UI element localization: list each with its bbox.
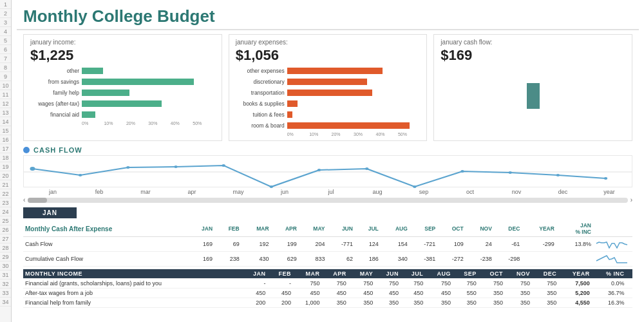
ccf-jan-inc bbox=[556, 252, 593, 267]
inc-col-year: YEAR bbox=[558, 269, 591, 279]
page-title: Monthly College Budget bbox=[17, 3, 639, 30]
ccf-jul: 186 bbox=[355, 252, 381, 267]
ccf-may: 833 bbox=[299, 252, 327, 267]
inc-col-nov: NOV bbox=[505, 269, 532, 279]
monthly-cash-table: Monthly Cash After Expense JAN FEB MAR A… bbox=[23, 221, 632, 267]
scroll-track[interactable] bbox=[28, 198, 627, 203]
cf-jun: -771 bbox=[327, 237, 354, 252]
svg-rect-0 bbox=[527, 83, 540, 109]
family-year: 4,550 bbox=[558, 298, 591, 308]
row-numbers-column: 1 2 3 4 5 6 7 8 9 10 11 12 13 14 15 16 1… bbox=[0, 0, 12, 322]
cash-col-aug: AUG bbox=[381, 221, 410, 237]
cash-col-jun: JUN bbox=[327, 221, 354, 237]
inc-col-mar: MAR bbox=[293, 269, 321, 279]
jan-button[interactable]: JAN bbox=[23, 207, 77, 218]
svg-point-10 bbox=[413, 185, 416, 188]
ccf-dec: -298 bbox=[494, 252, 522, 267]
cash-table-header-row: Monthly Cash After Expense JAN FEB MAR A… bbox=[23, 221, 632, 237]
cashflow-label: january cash flow: bbox=[440, 39, 625, 46]
wages-label: After-tax wages from a job bbox=[23, 289, 242, 298]
cf-year: -299 bbox=[522, 237, 556, 252]
ccf-oct: -272 bbox=[437, 252, 465, 267]
data-tables-area: JAN Monthly Cash After Expense JAN FEB M… bbox=[17, 207, 639, 308]
cash-col-may: MAY bbox=[299, 221, 327, 237]
svg-point-13 bbox=[556, 174, 560, 176]
ccf-jun: 62 bbox=[327, 252, 354, 267]
svg-point-4 bbox=[126, 166, 129, 169]
cashflow-svg bbox=[24, 156, 632, 188]
income-section-header-row: MONTHLY INCOME JAN FEB MAR APR MAY JUN J… bbox=[23, 269, 632, 279]
bar-tuition: tuition & fees bbox=[236, 110, 421, 119]
main-content: Monthly College Budget january income: $… bbox=[12, 0, 644, 322]
financial-aid-label: Financial aid (grants, scholarships, loa… bbox=[23, 279, 242, 289]
cf-nov: 24 bbox=[466, 237, 494, 252]
ccf-aug: 340 bbox=[381, 252, 410, 267]
scroll-right-arrow[interactable]: › bbox=[630, 196, 632, 204]
cash-col-feb: FEB bbox=[214, 221, 242, 237]
expense-chart: other expenses discretionary transportat… bbox=[236, 66, 421, 164]
cashflow-value: $169 bbox=[440, 47, 625, 64]
cf-may: 204 bbox=[299, 237, 327, 252]
cash-col-nov: NOV bbox=[466, 221, 494, 237]
cf-jan-inc: 13.8% bbox=[556, 237, 593, 252]
svg-point-9 bbox=[365, 167, 368, 170]
cash-flow-label: Cash Flow bbox=[23, 237, 187, 252]
cash-col-oct: OCT bbox=[437, 221, 465, 237]
inc-col-chart bbox=[627, 269, 632, 279]
bar-books: books & supplies bbox=[236, 99, 421, 108]
cf-dec: -61 bbox=[494, 237, 522, 252]
scroll-thumb[interactable] bbox=[28, 198, 47, 203]
svg-point-2 bbox=[30, 167, 35, 171]
cash-col-jul: JUL bbox=[355, 221, 381, 237]
expenses-label: january expenses: bbox=[236, 39, 421, 46]
cumulative-label: Cumulative Cash Flow bbox=[23, 252, 187, 267]
income-label: january income: bbox=[30, 39, 215, 46]
ccf-apr: 629 bbox=[271, 252, 299, 267]
cash-col-year: YEAR bbox=[522, 221, 556, 237]
bar-transportation: transportation bbox=[236, 88, 421, 97]
ccf-minichart bbox=[593, 252, 632, 267]
fa-pct: 0.0% bbox=[592, 279, 627, 289]
svg-point-7 bbox=[270, 185, 273, 188]
cf-oct: 109 bbox=[437, 237, 465, 252]
monthly-income-table: MONTHLY INCOME JAN FEB MAR APR MAY JUN J… bbox=[23, 269, 632, 308]
inc-col-sep: SEP bbox=[453, 269, 478, 279]
inc-col-apr: APR bbox=[322, 269, 348, 279]
cashflow-dot-icon bbox=[23, 147, 30, 153]
svg-point-6 bbox=[222, 164, 225, 167]
bar-room-board: room & board bbox=[236, 121, 421, 130]
family-help-label: Financial help from family bbox=[23, 298, 242, 308]
bar-discretionary: discretionary bbox=[236, 77, 421, 86]
inc-col-feb: FEB bbox=[267, 269, 293, 279]
inc-col-oct: OCT bbox=[478, 269, 505, 279]
cash-col-apr: APR bbox=[271, 221, 299, 237]
income-card: january income: $1,225 other from saving… bbox=[23, 34, 222, 141]
financial-aid-row: Financial aid (grants, scholarships, loa… bbox=[23, 279, 632, 289]
bar-financial-aid: financial aid bbox=[30, 110, 215, 119]
cf-aug: 154 bbox=[381, 237, 410, 252]
scroll-left-arrow[interactable]: ‹ bbox=[23, 196, 25, 204]
svg-point-12 bbox=[509, 171, 512, 174]
inc-col-jul: JUL bbox=[401, 269, 425, 279]
family-pct: 16.3% bbox=[592, 298, 627, 308]
horizontal-scrollbar[interactable]: ‹ › bbox=[23, 196, 632, 204]
svg-point-5 bbox=[174, 166, 177, 168]
inc-col-jan: JAN bbox=[242, 269, 268, 279]
inc-col-may: MAY bbox=[348, 269, 375, 279]
income-value: $1,225 bbox=[30, 47, 215, 64]
inc-col-aug: AUG bbox=[425, 269, 453, 279]
ccf-nov: -238 bbox=[466, 252, 494, 267]
svg-point-14 bbox=[604, 177, 607, 180]
cashflow-line-chart bbox=[23, 155, 632, 187]
cashflow-section: CASH FLOW bbox=[17, 146, 639, 204]
cash-col-sep: SEP bbox=[410, 221, 437, 237]
cash-table-section-header: Monthly Cash After Expense bbox=[23, 221, 187, 237]
cashflow-card: january cash flow: $169 bbox=[433, 34, 632, 141]
inc-col-pct: % INC bbox=[592, 269, 627, 279]
month-labels: jan feb mar apr may jun jul aug sep oct … bbox=[23, 189, 632, 195]
inc-col-jun: JUN bbox=[375, 269, 401, 279]
ccf-sep: -381 bbox=[410, 252, 437, 267]
expenses-card: january expenses: $1,056 other expenses … bbox=[229, 34, 428, 141]
bar-family-help: family help bbox=[30, 88, 215, 97]
wages-row: After-tax wages from a job 450 450 450 4… bbox=[23, 289, 632, 298]
